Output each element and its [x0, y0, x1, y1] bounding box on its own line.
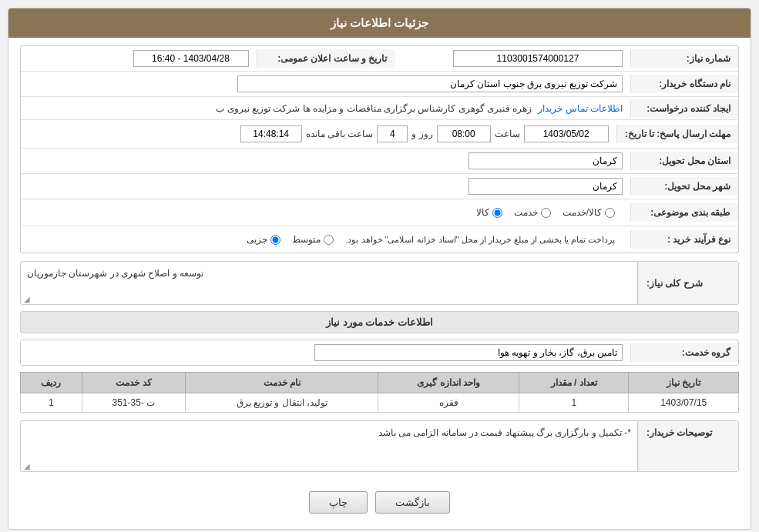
purchase-radio-medium[interactable]: متوسط [292, 234, 334, 245]
card-body: شماره نیاز: تاریخ و ساعت اعلان عمومی: نا… [8, 38, 751, 529]
row-service-group: گروه خدمت: [20, 340, 739, 366]
buyer-org-label: نام دستگاه خریدار: [630, 75, 738, 93]
response-date-input[interactable] [524, 125, 609, 142]
creator-contact-link[interactable]: اطلاعات تماس خریدار [538, 103, 623, 114]
row-buyer-notes: توصیحات خریدار: *- تکمیل و بارگزاری برگ … [20, 420, 739, 472]
response-days-label: روز و [411, 129, 432, 139]
row-buyer-org: نام دستگاه خریدار: [21, 72, 738, 97]
resize-handle[interactable]: ◢ [22, 295, 30, 303]
need-number-label: شماره نیاز: [630, 49, 738, 68]
services-section-title: اطلاعات خدمات مورد نیاز [20, 311, 739, 333]
response-deadline-value: ساعت روز و ساعت باقی مانده [21, 120, 616, 148]
category-radios: کالا/خدمت خدمت کالا [21, 199, 630, 226]
announce-datetime-label: تاریخ و ساعت اعلان عمومی: [257, 49, 395, 68]
services-table-container: تاریخ نیاز تعداد / مقدار واحد اندازه گیر… [20, 372, 739, 413]
col-service-name: نام خدمت [186, 373, 378, 393]
service-group-label: گروه خدمت: [630, 343, 738, 362]
category-radio-service-input[interactable] [541, 208, 551, 218]
row-city: شهر محل تحویل: [21, 174, 738, 199]
cell-service-code: ت -35-351 [82, 393, 186, 413]
general-desc-value: توسعه و اصلاح شهری در شهرستان جازموریان [27, 268, 203, 279]
announce-datetime-input[interactable] [133, 50, 249, 67]
purchase-radio-medium-label: متوسط [292, 234, 321, 245]
category-radio-service[interactable]: خدمت [514, 207, 551, 218]
info-section-main: شماره نیاز: تاریخ و ساعت اعلان عمومی: نا… [20, 45, 739, 253]
cell-row-num: 1 [21, 393, 82, 413]
category-radio-goods[interactable]: کالا [476, 207, 502, 218]
creator-value: اطلاعات تماس خریدار زهره قنبری گوهری کار… [21, 99, 630, 118]
cell-unit: فقره [378, 393, 519, 413]
print-button[interactable]: چاپ [309, 491, 368, 514]
buyer-notes-resize-handle[interactable]: ◢ [22, 462, 30, 470]
category-radio-goods-service-input[interactable] [605, 208, 615, 218]
col-row-num: ردیف [21, 373, 82, 393]
row-creator: ایجاد کننده درخواست: اطلاعات تماس خریدار… [21, 97, 738, 120]
city-value [21, 174, 630, 199]
category-radio-goods-input[interactable] [492, 208, 502, 218]
category-radio-group: کالا/خدمت خدمت کالا [29, 203, 623, 222]
row-province: استان محل تحویل: [21, 149, 738, 174]
response-remaining-input[interactable] [240, 125, 302, 142]
category-radio-goods-service-label: کالا/خدمت [563, 207, 602, 218]
general-desc-label: شرح کلی نیاز: [638, 262, 738, 304]
buyer-notes-area: *- تکمیل و بارگزاری برگ پیشنهاد قیمت در … [21, 421, 638, 471]
buyer-org-input[interactable] [237, 75, 623, 92]
service-group-value [21, 340, 630, 365]
purchase-type-label: نوع فرآیند خرید : [630, 230, 738, 249]
table-header-row: تاریخ نیاز تعداد / مقدار واحد اندازه گیر… [21, 373, 739, 393]
response-remaining-label: ساعت باقی مانده [306, 129, 374, 139]
page-container: جزئیات اطلاعات نیاز شماره نیاز: تاریخ و … [0, 0, 759, 532]
province-label: استان محل تحویل: [630, 152, 738, 170]
back-button[interactable]: بازگشت [375, 491, 450, 514]
buyer-notes-value: *- تکمیل و بارگزاری برگ پیشنهاد قیمت در … [378, 427, 631, 438]
buyer-org-value [21, 72, 630, 96]
purchase-radio-small[interactable]: جزیی [247, 234, 280, 245]
purchase-note-text: پرداخت تمام یا بخشی از مبلغ خریدار از مح… [345, 235, 615, 245]
cell-quantity: 1 [519, 393, 629, 413]
services-table: تاریخ نیاز تعداد / مقدار واحد اندازه گیر… [20, 372, 739, 413]
response-time-input[interactable] [437, 125, 491, 142]
purchase-radio-small-label: جزیی [247, 234, 267, 245]
table-row: 1403/07/15 1 فقره تولید، انتقال و توزیع … [21, 393, 739, 413]
row-general-description: شرح کلی نیاز: توسعه و اصلاح شهری در شهرس… [20, 261, 739, 305]
cell-service-name: تولید، انتقال و توزیع برق [186, 393, 378, 413]
main-card: جزئیات اطلاعات نیاز شماره نیاز: تاریخ و … [8, 8, 751, 530]
header-title: جزئیات اطلاعات نیاز [331, 16, 428, 29]
announce-datetime-value [21, 46, 257, 71]
buyer-notes-label: توصیحات خریدار: [638, 421, 738, 471]
general-desc-area: توسعه و اصلاح شهری در شهرستان جازموریان … [21, 262, 638, 304]
response-days-input[interactable] [377, 125, 408, 142]
service-group-input[interactable] [314, 344, 623, 361]
category-radio-service-label: خدمت [514, 207, 538, 218]
response-time-label: ساعت [495, 129, 520, 139]
col-unit: واحد اندازه گیری [378, 373, 519, 393]
col-service-code: کد خدمت [82, 373, 186, 393]
category-radio-goods-service[interactable]: کالا/خدمت [563, 207, 615, 218]
creator-text: زهره قنبری گوهری کارشناس برگزاری مناقصات… [216, 103, 532, 114]
province-value [21, 149, 630, 173]
response-deadline-label: مهلت ارسال پاسخ: تا تاریخ: [616, 125, 738, 143]
purchase-radio-group: پرداخت تمام یا بخشی از مبلغ خریدار از مح… [29, 230, 623, 249]
row-category: طبقه بندی موضوعی: کالا/خدمت خدمت [21, 199, 738, 226]
need-number-value [395, 46, 631, 71]
row-response-deadline: مهلت ارسال پاسخ: تا تاریخ: ساعت روز و سا… [21, 120, 738, 149]
card-header: جزئیات اطلاعات نیاز [8, 8, 751, 38]
purchase-radio-medium-input[interactable] [324, 235, 334, 245]
purchase-radio-small-input[interactable] [270, 235, 280, 245]
col-need-date: تاریخ نیاز [629, 373, 739, 393]
buttons-row: بازگشت چاپ [20, 480, 739, 521]
creator-label: ایجاد کننده درخواست: [630, 99, 738, 118]
row-purchase-type: نوع فرآیند خرید : پرداخت تمام یا بخشی از… [21, 226, 738, 253]
category-label: طبقه بندی موضوعی: [630, 203, 738, 222]
city-input[interactable] [468, 178, 623, 195]
cell-need-date: 1403/07/15 [629, 393, 739, 413]
purchase-type-value: پرداخت تمام یا بخشی از مبلغ خریدار از مح… [21, 226, 630, 253]
city-label: شهر محل تحویل: [630, 177, 738, 196]
category-radio-goods-label: کالا [476, 207, 489, 218]
need-number-input[interactable] [453, 50, 623, 67]
row-need-number: شماره نیاز: تاریخ و ساعت اعلان عمومی: [21, 46, 738, 72]
col-quantity: تعداد / مقدار [519, 373, 629, 393]
province-input[interactable] [468, 152, 623, 169]
